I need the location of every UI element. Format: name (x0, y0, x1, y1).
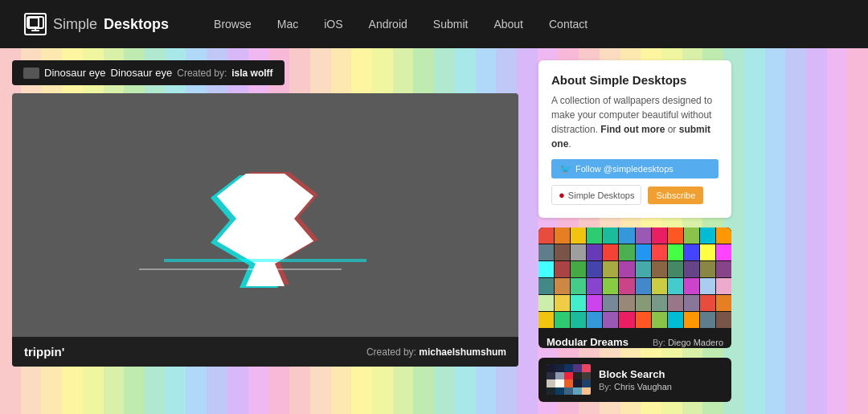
mod-cell (668, 261, 683, 277)
preview-created-label: Created by: (366, 346, 416, 358)
mod-cell (652, 312, 667, 328)
pinterest-button[interactable]: ● Simple Desktops (551, 185, 641, 205)
mod-cell (571, 261, 586, 277)
mod-cell (652, 261, 667, 277)
mod-cell (538, 278, 554, 294)
mod-cell (636, 312, 651, 328)
mod-cell (652, 244, 667, 260)
logo-icon (24, 13, 47, 35)
modular-author: Diego Madero (668, 338, 723, 347)
main-wallpaper-preview[interactable]: trippin' Created by: michaelshumshum (12, 93, 518, 367)
block-cell (555, 372, 564, 380)
mod-cell (668, 278, 683, 294)
nav-about[interactable]: About (481, 0, 536, 48)
mod-cell (684, 261, 699, 277)
tooltip-author: isla wolff (231, 68, 272, 79)
block-cell (582, 387, 591, 396)
tooltip-created-label: Created by: (177, 68, 227, 79)
mod-cell (716, 295, 731, 311)
mod-cell (538, 312, 554, 328)
block-search-thumbnail (547, 364, 591, 395)
stripe (847, 48, 868, 414)
mod-cell (668, 312, 683, 328)
main-content: Dinosaur eye Dinosaur eye Created by: is… (0, 48, 868, 414)
mod-cell (636, 227, 651, 244)
block-cell (582, 364, 591, 372)
block-by-label: By: (599, 382, 612, 391)
mod-cell (700, 312, 715, 328)
mod-cell (668, 295, 683, 311)
stripe (765, 48, 786, 414)
modular-title: Modular Dreams (547, 336, 628, 348)
mod-cell (716, 261, 731, 277)
mod-cell (668, 227, 683, 244)
left-panel: Dinosaur eye Dinosaur eye Created by: is… (0, 48, 530, 414)
nav-mac[interactable]: Mac (264, 0, 311, 48)
block-cell (547, 387, 555, 396)
mod-cell (603, 227, 618, 244)
modular-dreams-card[interactable]: Modular Dreams By: Diego Madero (538, 227, 731, 348)
block-cell (564, 387, 573, 396)
twitter-follow-button[interactable]: 🐦 Follow @simpledesktops (551, 159, 719, 178)
mod-cell (619, 227, 634, 244)
block-cell (573, 387, 582, 396)
nav-android[interactable]: Android (356, 0, 420, 48)
nav-submit[interactable]: Submit (420, 0, 481, 48)
tooltip-bar: Dinosaur eye Dinosaur eye Created by: is… (12, 60, 285, 85)
stripe (827, 48, 848, 414)
mod-cell (636, 261, 651, 277)
block-search-author: Chris Vaughan (614, 382, 672, 391)
preview-credit: Created by: michaelshumshum (366, 346, 506, 358)
pinterest-label: Simple Desktops (568, 191, 635, 200)
block-cell (573, 364, 582, 372)
logo-simple: Simple (53, 16, 97, 33)
mod-cell (587, 312, 602, 328)
mod-cell (619, 295, 634, 311)
mod-cell (636, 278, 651, 294)
mod-cell (587, 244, 602, 260)
svg-rect-1 (31, 30, 39, 31)
mod-cell (700, 227, 715, 244)
stripe (806, 48, 827, 414)
mod-cell (603, 312, 618, 328)
block-cell (564, 379, 573, 387)
mod-cell (538, 244, 554, 260)
mod-cell (716, 278, 731, 294)
mod-cell (684, 244, 699, 260)
block-cell (564, 364, 573, 372)
mod-cell (700, 261, 715, 277)
mod-cell (603, 244, 618, 260)
block-cell (564, 372, 573, 380)
block-search-card[interactable]: Block Search By: Chris Vaughan (538, 358, 731, 403)
block-search-credit: By: Chris Vaughan (599, 382, 723, 391)
site-logo[interactable]: Simple Desktops (24, 13, 169, 35)
preview-bottom-bar: trippin' Created by: michaelshumshum (12, 337, 518, 367)
mod-cell (684, 278, 699, 294)
nav-contact[interactable]: Contact (536, 0, 600, 48)
subscribe-button[interactable]: Subscribe (648, 187, 703, 204)
mod-cell (652, 278, 667, 294)
mod-cell (636, 295, 651, 311)
nav-ios[interactable]: iOS (311, 0, 355, 48)
twitter-icon: 🐦 (559, 163, 571, 174)
mod-cell (571, 227, 586, 244)
mod-cell (603, 295, 618, 311)
glitch-line-1 (164, 259, 366, 262)
mod-cell (538, 295, 554, 311)
logo-desktops: Desktops (104, 16, 169, 33)
mod-cell (555, 227, 570, 244)
about-description: A collection of wallpapers designed to m… (551, 93, 719, 151)
tooltip-title: Dinosaur eye (44, 67, 106, 79)
mod-cell (652, 295, 667, 311)
mod-cell (555, 278, 570, 294)
block-search-title: Block Search (599, 368, 723, 380)
block-cell (573, 372, 582, 380)
mod-cell (538, 227, 554, 244)
mod-cell (668, 244, 683, 260)
find-out-more-link[interactable]: Find out more (600, 124, 665, 135)
nav-browse[interactable]: Browse (201, 0, 264, 48)
modular-dreams-thumbnail (538, 227, 731, 328)
right-panel: About Simple Desktops A collection of wa… (530, 48, 739, 414)
preview-author: michaelshumshum (419, 346, 506, 358)
mod-cell (555, 312, 570, 328)
